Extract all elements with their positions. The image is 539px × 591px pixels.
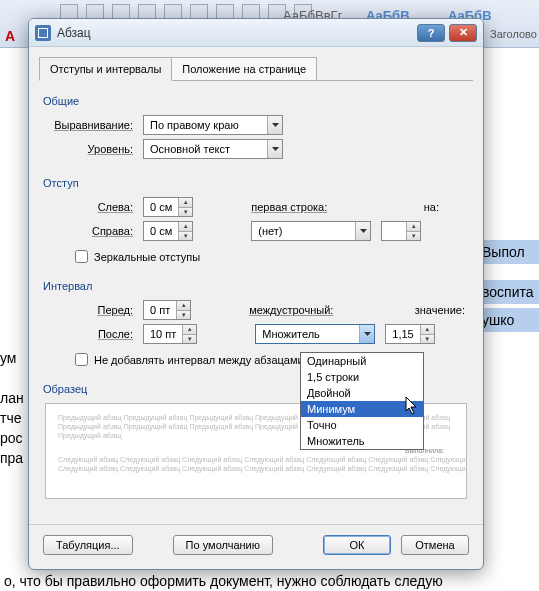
dialog-icon bbox=[35, 25, 51, 41]
dropdown-item[interactable]: Двойной bbox=[301, 385, 423, 401]
paragraph-dialog: Абзац ? ✕ Отступы и интервалы Положение … bbox=[28, 18, 484, 570]
linespacing-dropdown[interactable]: Одинарный 1,5 строки Двойной Минимум Точ… bbox=[300, 352, 424, 450]
group-general: Общие bbox=[43, 95, 469, 107]
chevron-down-icon[interactable] bbox=[359, 325, 374, 343]
help-button[interactable]: ? bbox=[417, 24, 445, 42]
after-spinner[interactable]: 10 пт ▲▼ bbox=[143, 324, 197, 344]
ok-button[interactable]: ОК bbox=[323, 535, 391, 555]
chevron-down-icon[interactable] bbox=[267, 116, 282, 134]
indent-right-label: Справа: bbox=[43, 225, 133, 237]
chevron-down-icon[interactable] bbox=[355, 222, 370, 240]
level-label: Уровень: bbox=[43, 143, 133, 155]
firstline-label: первая строка: bbox=[251, 201, 327, 213]
close-button[interactable]: ✕ bbox=[449, 24, 477, 42]
value-label: значение: bbox=[415, 304, 465, 316]
svg-marker-2 bbox=[360, 229, 367, 233]
before-spinner[interactable]: 0 пт ▲▼ bbox=[143, 300, 191, 320]
before-label: Перед: bbox=[43, 304, 133, 316]
default-button[interactable]: По умолчанию bbox=[173, 535, 273, 555]
level-combo[interactable]: Основной текст bbox=[143, 139, 283, 159]
font-color-icon: A bbox=[0, 28, 20, 46]
after-label: После: bbox=[43, 328, 133, 340]
dialog-title: Абзац bbox=[57, 26, 413, 40]
document-text-bottom: о, что бы правильно оформить документ, н… bbox=[0, 571, 539, 591]
dropdown-item-hover[interactable]: Минимум bbox=[301, 401, 423, 417]
alignment-label: Выравнивание: bbox=[43, 119, 133, 131]
linespacing-label: междустрочный: bbox=[249, 304, 333, 316]
svg-marker-0 bbox=[272, 123, 279, 127]
dialog-titlebar[interactable]: Абзац ? ✕ bbox=[29, 19, 483, 47]
indent-left-label: Слева: bbox=[43, 201, 133, 213]
dropdown-item[interactable]: 1,5 строки bbox=[301, 369, 423, 385]
indent-left-spinner[interactable]: 0 см ▲▼ bbox=[143, 197, 193, 217]
tab-indents[interactable]: Отступы и интервалы bbox=[39, 57, 172, 81]
dropdown-item[interactable]: Множитель bbox=[301, 433, 423, 449]
group-indent: Отступ bbox=[43, 177, 469, 189]
dropdown-item[interactable]: Одинарный bbox=[301, 353, 423, 369]
group-spacing: Интервал bbox=[43, 280, 469, 292]
svg-marker-3 bbox=[364, 332, 371, 336]
tabs-button[interactable]: Табуляция... bbox=[43, 535, 133, 555]
by-label: на: bbox=[424, 201, 439, 213]
value-spinner[interactable]: 1,15 ▲▼ bbox=[385, 324, 434, 344]
indent-right-spinner[interactable]: 0 см ▲▼ bbox=[143, 221, 193, 241]
by-spinner[interactable]: ▲▼ bbox=[381, 221, 421, 241]
alignment-combo[interactable]: По правому краю bbox=[143, 115, 283, 135]
mirror-checkbox[interactable]: Зеркальные отступы bbox=[71, 247, 469, 266]
linespacing-combo[interactable]: Множитель bbox=[255, 324, 375, 344]
firstline-combo[interactable]: (нет) bbox=[251, 221, 371, 241]
tab-position[interactable]: Положение на странице bbox=[171, 57, 317, 81]
cancel-button[interactable]: Отмена bbox=[401, 535, 469, 555]
style-label-1: Заголово bbox=[490, 28, 537, 40]
dropdown-item[interactable]: Точно bbox=[301, 417, 423, 433]
chevron-down-icon[interactable] bbox=[267, 140, 282, 158]
svg-marker-1 bbox=[272, 147, 279, 151]
